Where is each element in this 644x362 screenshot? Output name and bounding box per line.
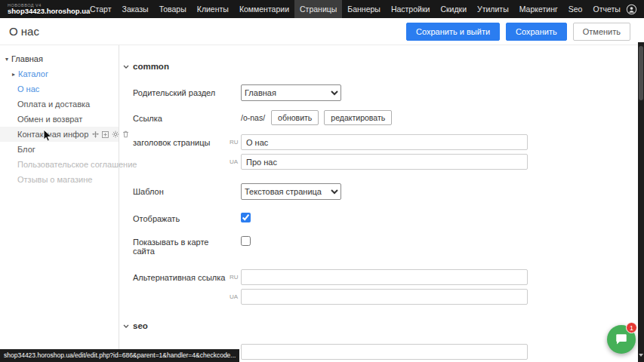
html-title-ru-input[interactable] [241, 344, 528, 360]
scroll-down-icon[interactable] [639, 346, 643, 360]
display-row: Отображать [133, 210, 644, 223]
chat-widget-button[interactable]: 1 [607, 325, 636, 354]
edit-link-button[interactable]: редактировать [324, 110, 392, 125]
lang-ru-label: RU [230, 139, 239, 146]
sidebar-item-kontaktnaya-info[interactable]: Контактная инфор [0, 127, 119, 142]
brand[interactable]: НОВОВВОД V4 shop34423.horoshop.ua [0, 0, 85, 18]
template-row: Шаблон Текстовая страница [133, 183, 644, 200]
sidebar-item-glavnaya[interactable]: ▾ Главная [0, 51, 119, 66]
page-header: О нас Сохранить и выйти Сохранить Отмени… [0, 18, 644, 45]
sidebar-item-otzyvy[interactable]: Отзывы о магазине [0, 172, 119, 187]
sidebar-item-oplata-dostavka[interactable]: Оплата и доставка [0, 97, 119, 112]
display-label: Отображать [133, 210, 230, 223]
page-title-ua-input[interactable] [241, 154, 528, 170]
nav-utility[interactable]: Утилиты [472, 0, 514, 18]
cancel-button[interactable]: Отменить [573, 23, 630, 41]
pages-tree-sidebar: ▾ Главная ▸ Каталог О нас Оплата и доста… [0, 45, 119, 361]
top-nav: Старт Заказы Товары Клиенты Комментарии … [85, 0, 626, 18]
sitemap-row: Показывать в карте сайта [133, 234, 644, 256]
nav-bannery[interactable]: Баннеры [342, 0, 386, 18]
header-buttons: Сохранить и выйти Сохранить Отменить [406, 23, 635, 41]
sidebar-item-blog[interactable]: Блог [0, 142, 119, 157]
parent-section-label: Родительский раздел [133, 84, 230, 97]
page-title: О нас [9, 25, 39, 38]
sidebar-item-soglashenie[interactable]: Пользовательское соглашение [0, 157, 119, 172]
gear-icon[interactable] [112, 130, 119, 138]
lang-ua-label: UA [230, 293, 239, 300]
chevron-down-icon [123, 65, 129, 69]
alt-link-ru-input[interactable] [241, 269, 528, 285]
sidebar-item-o-nas[interactable]: О нас [0, 81, 119, 97]
add-icon[interactable] [102, 131, 109, 138]
app-window: НОВОВВОД V4 shop34423.horoshop.ua Старт … [0, 0, 644, 362]
sitemap-checkbox[interactable] [241, 236, 251, 246]
nav-skidki[interactable]: Скидки [435, 0, 472, 18]
nav-nastroyki[interactable]: Настройки [386, 0, 436, 18]
chat-notification-badge: 1 [626, 322, 637, 333]
link-row: Ссылка /o-nas/ обновить редактировать [133, 110, 644, 125]
nav-stranitsy[interactable]: Страницы [294, 0, 342, 18]
sidebar-item-obmen-vozvrat[interactable]: Обмен и возврат [0, 112, 119, 127]
alt-link-label: Альтернативная ссылка [133, 269, 230, 282]
status-url-tooltip: shop34423.horoshop.ua/edit/edit.php?id=6… [0, 349, 239, 362]
chevron-down-icon: ▾ [5, 56, 8, 63]
link-path-value: /o-nas/ [241, 113, 265, 122]
alt-link-ua-input[interactable] [241, 289, 528, 305]
chevron-right-icon: ▸ [12, 71, 15, 78]
nav-kommentarii[interactable]: Комментарии [234, 0, 294, 18]
vertical-scrollbar[interactable] [638, 42, 644, 362]
save-and-exit-button[interactable]: Сохранить и выйти [406, 23, 500, 41]
scrollbar-thumb[interactable] [639, 46, 643, 100]
template-label: Шаблон [133, 183, 230, 196]
page-title-row: заголовок страницы RU UA [133, 134, 644, 170]
topbar-actions [626, 0, 644, 18]
content-area: ▾ Главная ▸ Каталог О нас Оплата и доста… [0, 45, 644, 361]
nav-otchety[interactable]: Отчеты [587, 0, 625, 18]
nav-seo[interactable]: Seo [563, 0, 588, 18]
nav-start[interactable]: Старт [85, 0, 117, 18]
brand-domain: shop34423.horoshop.ua [8, 8, 77, 15]
alt-link-row: Альтернативная ссылка RU UA [133, 269, 644, 305]
chat-bubble-icon [615, 333, 628, 346]
nav-zakazy[interactable]: Заказы [117, 0, 154, 18]
user-account-icon[interactable] [626, 4, 637, 15]
sidebar-item-katalog[interactable]: ▸ Каталог [0, 66, 119, 81]
move-icon[interactable] [92, 131, 99, 138]
template-select[interactable]: Текстовая страница [241, 183, 341, 200]
parent-section-row: Родительский раздел Главная [133, 84, 644, 101]
parent-section-select[interactable]: Главная [241, 84, 341, 101]
nav-tovary[interactable]: Товары [154, 0, 192, 18]
lang-ru-label: RU [230, 274, 239, 281]
section-seo[interactable]: seo [123, 321, 644, 330]
nav-klienty[interactable]: Клиенты [192, 0, 234, 18]
chevron-down-icon [123, 324, 129, 328]
save-button[interactable]: Сохранить [506, 23, 567, 41]
link-label: Ссылка [133, 110, 230, 123]
nav-marketing[interactable]: Маркетинг [514, 0, 563, 18]
sitemap-label: Показывать в карте сайта [133, 234, 230, 256]
top-bar: НОВОВВОД V4 shop34423.horoshop.ua Старт … [0, 0, 644, 18]
display-checkbox[interactable] [241, 213, 251, 222]
page-title-ru-input[interactable] [241, 134, 528, 150]
lang-ua-label: UA [230, 158, 239, 165]
edit-form: common Родительский раздел Главная Ссылк… [119, 45, 644, 361]
update-link-button[interactable]: обновить [271, 110, 319, 125]
section-common[interactable]: common [123, 62, 644, 71]
page-title-label: заголовок страницы [133, 134, 230, 147]
